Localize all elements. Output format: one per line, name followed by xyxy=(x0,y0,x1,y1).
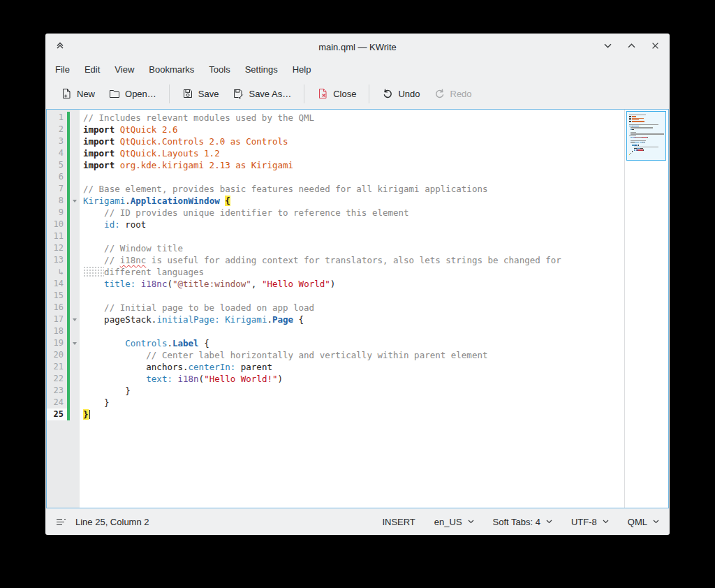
fold-arrow-icon xyxy=(73,318,77,321)
menu-item-bookmarks[interactable]: Bookmarks xyxy=(149,64,194,75)
fold-arrow[interactable] xyxy=(70,195,80,207)
minimap-token xyxy=(631,137,633,138)
new-button[interactable]: New xyxy=(54,84,102,103)
redo-button[interactable]: Redo xyxy=(427,84,479,103)
code-text[interactable]: // Center label horizontally and vertica… xyxy=(80,349,487,361)
cursor-position[interactable]: Line 25, Column 2 xyxy=(75,517,149,527)
minimap-token xyxy=(635,142,640,142)
code-text[interactable] xyxy=(80,230,83,242)
code-text[interactable]: // Initial page to be loaded on app load xyxy=(80,302,314,314)
menu-item-file[interactable]: File xyxy=(55,64,70,75)
code-text[interactable]: // Base element, provides basic features… xyxy=(80,183,487,195)
fold-column xyxy=(70,302,80,314)
code-text[interactable]: import QtQuick.Layouts 1.2 xyxy=(80,147,220,159)
code-token: i18nc xyxy=(120,255,147,265)
status-tab-settings[interactable]: Soft Tabs: 4 xyxy=(493,517,552,527)
status-syntax-mode[interactable]: QML xyxy=(628,517,659,527)
status-dictionary[interactable]: en_US xyxy=(434,517,474,527)
text-cursor xyxy=(89,410,91,419)
fold-arrow[interactable] xyxy=(70,337,80,349)
code-text[interactable]: // i18nc is useful for adding context fo… xyxy=(80,254,561,266)
code-text[interactable]: different languages xyxy=(80,266,204,278)
toolbar-button-label: Redo xyxy=(450,89,472,99)
fold-column xyxy=(70,290,80,302)
code-text[interactable] xyxy=(80,325,83,337)
open--button[interactable]: Open… xyxy=(102,84,163,103)
minimap-token xyxy=(632,129,633,130)
minimize-icon xyxy=(603,41,612,53)
code-text[interactable]: Controls.Label { xyxy=(80,337,209,349)
code-text[interactable]: // ID provides unique identifier to refe… xyxy=(80,207,409,219)
menu-item-edit[interactable]: Edit xyxy=(84,64,100,75)
code-line: 8Kirigami.ApplicationWindow { xyxy=(47,195,624,207)
code-text[interactable]: import org.kde.kirigami 2.13 as Kirigami xyxy=(80,159,293,171)
fold-column xyxy=(70,361,80,373)
code-token: { xyxy=(199,338,209,348)
scrollbar-track[interactable] xyxy=(624,110,668,508)
menu-item-help[interactable]: Help xyxy=(293,64,311,75)
fold-arrow[interactable] xyxy=(70,314,80,325)
save-button[interactable]: Save xyxy=(175,84,226,103)
code-text[interactable]: import QtQuick 2.6 xyxy=(80,124,177,135)
menu-item-tools[interactable]: Tools xyxy=(209,64,230,75)
line-settings-icon[interactable] xyxy=(56,517,66,527)
code-text[interactable]: text: i18n("Hello World!") xyxy=(80,373,283,385)
code-token: . xyxy=(167,338,172,348)
close-button[interactable]: Close xyxy=(310,84,363,103)
minimize-button[interactable] xyxy=(600,39,615,54)
code-token: i18nc xyxy=(141,279,168,289)
code-text[interactable] xyxy=(80,171,83,183)
undo-button[interactable]: Undo xyxy=(375,84,427,103)
status-encoding[interactable]: UTF-8 xyxy=(571,517,609,527)
code-token: Controls xyxy=(125,338,167,348)
code-token: Page xyxy=(272,314,293,325)
code-line: 19 Controls.Label { xyxy=(47,337,624,349)
chevron-down-icon xyxy=(653,520,659,524)
close-button[interactable] xyxy=(647,39,663,54)
code-text[interactable]: // Window title xyxy=(80,242,183,254)
minimap-token xyxy=(632,121,644,122)
menu-item-view[interactable]: View xyxy=(115,64,134,75)
code-text[interactable]: } xyxy=(80,385,131,397)
code-text[interactable]: title: i18nc("@title:window", "Hello Wor… xyxy=(80,278,335,290)
line-number: 13 xyxy=(47,254,67,266)
line-number: 19 xyxy=(47,337,67,349)
toolbar-button-label: Save xyxy=(198,89,219,99)
fold-column xyxy=(70,112,80,124)
code-line: 14 title: i18nc("@title:window", "Hello … xyxy=(47,278,624,290)
code-token: QtQuick 2.6 xyxy=(115,124,177,135)
line-number: 25 xyxy=(47,409,67,420)
code-text[interactable]: id: root xyxy=(80,219,146,230)
status-insert-mode[interactable]: INSERT xyxy=(382,517,415,527)
minimap-token xyxy=(632,118,644,119)
keep-above-button[interactable] xyxy=(52,39,68,54)
code-text[interactable]: import QtQuick.Controls 2.0 as Controls xyxy=(80,135,288,147)
code-text[interactable]: } xyxy=(80,409,90,420)
text-editor[interactable]: 1// Includes relevant modules used by th… xyxy=(47,110,624,508)
maximize-button[interactable] xyxy=(624,39,639,54)
code-text[interactable]: pageStack.initialPage: Kirigami.Page { xyxy=(80,314,304,325)
document-open-icon xyxy=(109,88,120,99)
minimap-token xyxy=(631,153,631,154)
code-text[interactable] xyxy=(80,290,83,302)
minimap[interactable] xyxy=(626,111,666,161)
line-number: 3 xyxy=(47,135,67,147)
code-text[interactable]: anchors.centerIn: parent xyxy=(80,361,272,373)
code-token: "Hello World!" xyxy=(204,374,277,384)
menu-item-settings[interactable]: Settings xyxy=(245,64,278,75)
minimap-token xyxy=(640,148,642,149)
code-text[interactable]: } xyxy=(80,397,110,409)
code-text[interactable]: // Includes relevant modules used by the… xyxy=(80,112,314,124)
save-as--button[interactable]: Save As… xyxy=(226,84,298,103)
line-number: 4 xyxy=(47,147,67,159)
code-line: 13 // i18nc is useful for adding context… xyxy=(47,254,624,266)
code-text[interactable]: Kirigami.ApplicationWindow { xyxy=(80,195,230,207)
edit-redo-icon xyxy=(434,88,445,99)
keep-above-icon xyxy=(55,41,65,53)
titlebar[interactable]: main.qml — KWrite xyxy=(45,34,670,60)
fold-column xyxy=(70,266,80,278)
code-line: 12 // Window title xyxy=(47,242,624,254)
fold-column xyxy=(70,325,80,337)
code-token: . xyxy=(183,362,189,372)
minimap-token xyxy=(629,115,646,115)
